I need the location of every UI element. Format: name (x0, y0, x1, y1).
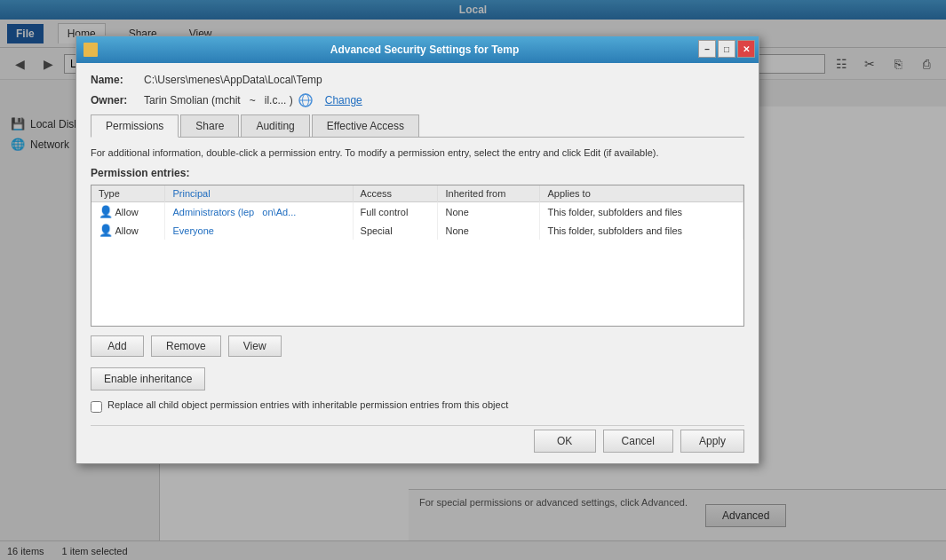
col-principal: Principal (165, 185, 353, 202)
user-icon-2: 👤 (99, 224, 113, 237)
row1-type: 👤 Allow (91, 202, 165, 222)
owner-text: Tarin Smolian (mchit ~ il.c... ) (144, 94, 293, 106)
maximize-btn[interactable]: □ (718, 40, 735, 58)
col-access: Access (353, 185, 438, 202)
tab-share[interactable]: Share (180, 114, 239, 137)
cancel-button[interactable]: Cancel (603, 430, 673, 453)
user-icon-1: 👤 (99, 205, 113, 218)
row2-access: Special (353, 221, 438, 240)
close-btn[interactable]: ✕ (737, 40, 755, 58)
table-row[interactable]: 👤 Allow Administrators (lep on\Ad... Ful… (91, 202, 743, 222)
dialog: Advanced Security Settings for Temp – □ … (76, 35, 759, 464)
permission-entries-label: Permission entries: (91, 167, 744, 179)
globe-icon-container (298, 93, 313, 107)
owner-value: Tarin Smolian (mchit ~ il.c... ) Change (144, 93, 362, 107)
globe-icon (298, 93, 313, 107)
dialog-titlebar: Advanced Security Settings for Temp – □ … (76, 36, 759, 63)
name-value: C:\Users\menes\AppData\Local\Temp (144, 74, 744, 86)
enable-inheritance-button[interactable]: Enable inheritance (91, 367, 205, 390)
row2-applies: This folder, subfolders and files (540, 221, 743, 240)
name-row: Name: C:\Users\menes\AppData\Local\Temp (91, 74, 744, 86)
dialog-folder-icon (83, 43, 98, 57)
ok-button[interactable]: OK (534, 430, 596, 453)
dialog-controls: – □ ✕ (698, 40, 755, 58)
replace-checkbox-label: Replace all child object permission entr… (107, 399, 508, 410)
row1-principal: Administrators (lep on\Ad... (165, 202, 353, 222)
tab-effective-access[interactable]: Effective Access (312, 114, 419, 137)
row2-principal: Everyone (165, 221, 353, 240)
col-inherited: Inherited from (438, 185, 540, 202)
tab-auditing[interactable]: Auditing (241, 114, 309, 137)
permission-table: Type Principal Access Inherited from App… (91, 185, 743, 240)
owner-label: Owner: (91, 94, 144, 106)
apply-button[interactable]: Apply (680, 430, 744, 453)
permission-table-container: Type Principal Access Inherited from App… (91, 185, 744, 327)
change-link[interactable]: Change (325, 94, 362, 106)
table-header-row: Type Principal Access Inherited from App… (91, 185, 743, 202)
col-applies: Applies to (540, 185, 743, 202)
owner-row: Owner: Tarin Smolian (mchit ~ il.c... ) … (91, 93, 744, 107)
replace-checkbox[interactable] (91, 401, 102, 413)
row2-type: 👤 Allow (91, 221, 165, 240)
permission-buttons: Add Remove View (91, 335, 744, 357)
tab-permissions[interactable]: Permissions (91, 114, 179, 138)
dialog-content: Name: C:\Users\menes\AppData\Local\Temp … (76, 63, 759, 463)
view-button[interactable]: View (228, 335, 282, 357)
row1-access: Full control (353, 202, 438, 222)
col-type: Type (91, 185, 165, 202)
dialog-title-left (83, 43, 98, 57)
table-body: 👤 Allow Administrators (lep on\Ad... Ful… (91, 202, 743, 241)
add-button[interactable]: Add (91, 335, 144, 357)
table-row[interactable]: 👤 Allow Everyone Special None This folde… (91, 221, 743, 240)
minimize-btn[interactable]: – (698, 40, 716, 58)
replace-checkbox-row: Replace all child object permission entr… (91, 399, 744, 413)
tabs: Permissions Share Auditing Effective Acc… (91, 114, 744, 138)
dialog-footer: OK Cancel Apply (91, 425, 744, 453)
row1-inherited: None (438, 202, 540, 222)
dialog-title: Advanced Security Settings for Temp (98, 43, 751, 56)
row2-inherited: None (438, 221, 540, 240)
info-text: For additional information, double-click… (91, 146, 744, 160)
remove-button[interactable]: Remove (151, 335, 221, 357)
row1-applies: This folder, subfolders and files (540, 202, 743, 222)
name-label: Name: (91, 74, 144, 86)
